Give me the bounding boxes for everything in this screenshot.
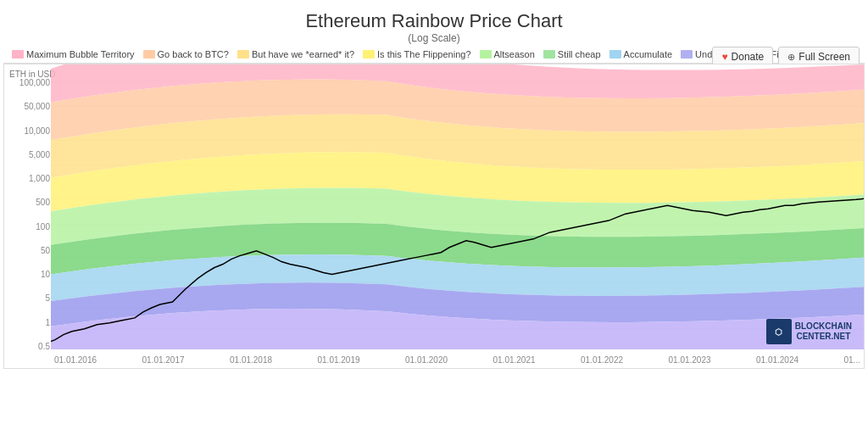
y-axis-tick: 5,000 [8,150,50,159]
x-axis-tick: 01.01.2023 [669,355,711,365]
x-axis-tick: 01.01.2021 [493,355,536,365]
legend-label: Accumulate [624,49,672,59]
rainbow-chart [51,64,864,349]
legend-item: Still cheap [543,49,601,59]
x-axis-tick: 01.01.2018 [230,355,272,365]
y-axis-tick: 100 [8,222,50,232]
x-axis: 01.01.201601.01.201701.01.201801.01.2019… [51,351,864,368]
main-container: Ethereum Rainbow Price Chart (Log Scale)… [0,0,868,441]
chart-title: Ethereum Rainbow Price Chart [0,10,868,32]
legend-color-swatch [143,50,155,59]
legend-color-swatch [543,50,555,59]
blockchain-logo: ⬡ BLOCKCHAIN CENTER.NET [766,319,852,344]
legend-color-swatch [12,50,24,59]
logo-icon: ⬡ [766,319,792,344]
legend-color-swatch [237,50,249,59]
legend-item: Accumulate [609,49,672,59]
legend-color-swatch [681,50,693,59]
y-axis-tick: 100,000 [8,78,50,87]
y-axis-ticks: 100,00050,00010,0005,0001,00050010050105… [4,64,51,368]
x-axis-tick: 01.01.2020 [405,355,448,365]
x-axis-tick: 01.01.2016 [54,355,97,365]
legend-label: Is this The Flippening? [377,49,470,59]
y-axis-tick: 1 [8,318,50,327]
y-axis-tick: 0.5 [8,342,50,351]
legend-color-swatch [363,50,375,59]
legend-color-swatch [480,50,492,59]
fullscreen-icon: ⊕ [787,52,795,63]
legend-item: But have we *earned* it? [237,49,354,59]
legend-item: Go back to BTC? [143,49,229,59]
y-axis-tick: 50 [8,246,50,255]
chart-header: Ethereum Rainbow Price Chart (Log Scale) [0,0,868,46]
heart-icon: ♥ [721,51,727,63]
x-axis-tick: 01... [844,355,860,365]
x-axis-tick: 01.01.2017 [142,355,185,365]
x-axis-tick: 01.01.2019 [318,355,360,365]
legend-label: Still cheap [558,49,601,59]
legend-label: But have we *earned* it? [252,49,354,59]
legend-label: Maximum Bubble Territory [26,49,135,59]
y-axis-tick: 500 [8,198,50,207]
chart-subtitle: (Log Scale) [0,32,868,44]
y-axis-tick: 10 [8,270,50,279]
legend-item: Maximum Bubble Territory [12,49,135,59]
chart-area: ETH in USD 100,00050,00010,0005,0001,000… [3,64,865,369]
y-axis-tick: 50,000 [8,102,50,111]
y-axis-tick: 5 [8,293,50,303]
legend-label: Go back to BTC? [158,49,229,59]
legend-item: Altseason [480,49,535,59]
x-axis-tick: 01.01.2024 [756,355,798,365]
legend-color-swatch [609,50,621,59]
legend-label: Altseason [494,49,535,59]
legend-item: Is this The Flippening? [363,49,470,59]
x-axis-tick: 01.01.2022 [581,355,623,365]
y-axis-tick: 10,000 [8,126,50,136]
y-axis-tick: 1,000 [8,174,50,183]
